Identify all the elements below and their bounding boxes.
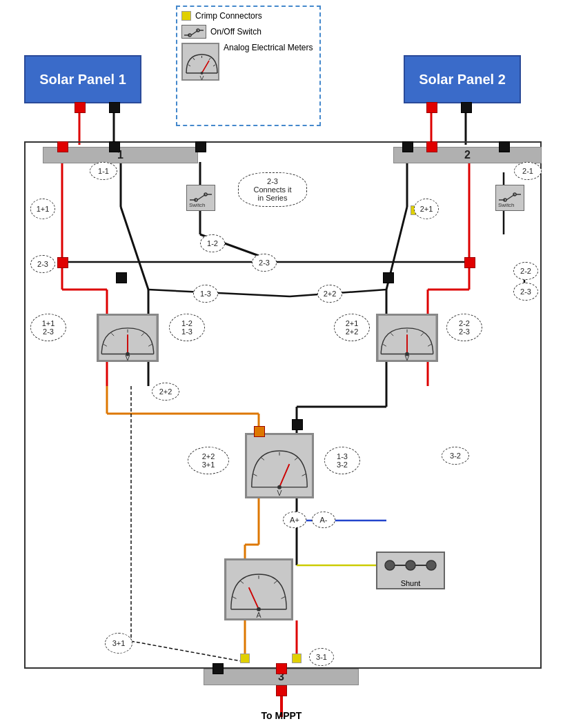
mppt-red-conn	[276, 685, 287, 696]
bus2-right-conn	[499, 141, 510, 152]
label-Aplus: A+	[283, 512, 306, 528]
svg-text:V: V	[277, 489, 282, 497]
svg-line-67	[209, 58, 210, 60]
bus2-black-conn	[402, 141, 413, 152]
bus-bar-2: 2	[393, 147, 542, 163]
switch-legend-icon	[181, 25, 206, 39]
svg-text:Switch: Switch	[189, 202, 206, 208]
label-2-2-2-3: 2-22-3	[446, 314, 482, 341]
label-2-1: 2-1	[514, 162, 542, 180]
svg-text:V: V	[126, 354, 130, 361]
label-2p1: 2+1	[414, 199, 439, 219]
svg-text:V: V	[199, 74, 204, 81]
label-1-3: 1-3	[193, 285, 218, 303]
svg-line-65	[193, 58, 195, 60]
label-Aminus: A-	[312, 512, 335, 528]
label-2-3-left: 2-3	[30, 255, 55, 273]
mid-right-black	[383, 272, 394, 283]
label-1-3-3-2-center: 1-33-2	[324, 447, 360, 474]
label-1p1-2-3: 1+12-3	[30, 314, 66, 341]
label-2-3-center: 2-3	[252, 254, 277, 272]
label-2-3-connects: 2-3Connects itin Series	[238, 172, 307, 207]
svg-point-125	[406, 560, 415, 570]
voltmeter-right: V	[376, 314, 438, 362]
diagram: Crimp Connectors On/Off Switch	[0, 0, 563, 728]
to-mppt-label: To MPPT	[241, 710, 322, 721]
label-2p2-3p1: 2+23+1	[188, 447, 229, 474]
svg-text:V: V	[405, 354, 410, 361]
voltmeter-left: V	[97, 314, 159, 362]
label-1p1: 1+1	[30, 199, 55, 219]
label-2p1-2p2: 2+12+2	[334, 314, 370, 341]
label-2-2-right: 2-2	[513, 262, 538, 280]
sp2-black-connector	[461, 102, 472, 113]
svg-text:Switch: Switch	[498, 202, 515, 208]
bus3-black-conn	[213, 663, 224, 674]
svg-point-126	[426, 560, 436, 570]
mid-left-red	[57, 257, 68, 268]
bus1-black-conn	[109, 141, 120, 152]
crimp-icon	[181, 11, 191, 21]
legend-item-crimp: Crimp Connectors	[181, 11, 315, 21]
svg-text:A: A	[256, 611, 261, 619]
label-1-2: 1-2	[200, 234, 225, 252]
crimp-bottom-right	[292, 654, 302, 663]
label-2p2-center: 2+2	[317, 285, 342, 303]
legend-item-meter: V Analog Electrical Meters	[181, 43, 315, 81]
center-black-conn	[292, 419, 303, 430]
label-1-2-1-3: 1-21-3	[169, 314, 205, 341]
sp2-red-connector	[426, 102, 437, 113]
svg-line-64	[188, 65, 190, 66]
svg-point-124	[385, 560, 395, 570]
sp1-red-connector	[75, 102, 86, 113]
legend-switch-label: On/Off Switch	[210, 27, 261, 37]
shunt-label: Shunt	[401, 579, 421, 587]
svg-line-68	[213, 65, 215, 66]
bus1-switch-conn	[195, 141, 206, 152]
mid-right-red	[464, 257, 475, 268]
svg-line-69	[202, 61, 210, 73]
shunt: Shunt	[376, 552, 445, 589]
switch-1-2[interactable]: Switch	[186, 185, 215, 211]
label-1-1: 1-1	[90, 162, 117, 180]
mid-left-black	[116, 272, 127, 283]
label-3-1: 3-1	[309, 648, 334, 666]
voltmeter-center: V	[245, 433, 314, 498]
center-orange-conn	[254, 426, 265, 437]
legend-meter-label: Analog Electrical Meters	[224, 43, 313, 54]
crimp-bottom-left	[240, 654, 250, 663]
meter-legend-icon: V	[181, 43, 219, 81]
solar-panel-2: Solar Panel 2	[404, 55, 521, 103]
label-2p2-below: 2+2	[152, 383, 179, 401]
label-3-2-far: 3-2	[442, 447, 469, 465]
solar-panel-1: Solar Panel 1	[24, 55, 141, 103]
legend-item-switch: On/Off Switch	[181, 25, 315, 39]
ammeter: A	[224, 558, 293, 620]
legend-box: Crimp Connectors On/Off Switch	[176, 6, 321, 126]
label-2-3-right: 2-3	[513, 283, 538, 301]
legend-crimp-label: Crimp Connectors	[195, 11, 262, 21]
bus3-red-conn	[276, 663, 287, 674]
bus1-red-conn	[57, 141, 68, 152]
label-3p1: 3+1	[105, 633, 132, 654]
switch-2-1[interactable]: Switch	[495, 185, 524, 211]
bus2-red-conn	[426, 141, 437, 152]
sp1-black-connector	[109, 102, 120, 113]
